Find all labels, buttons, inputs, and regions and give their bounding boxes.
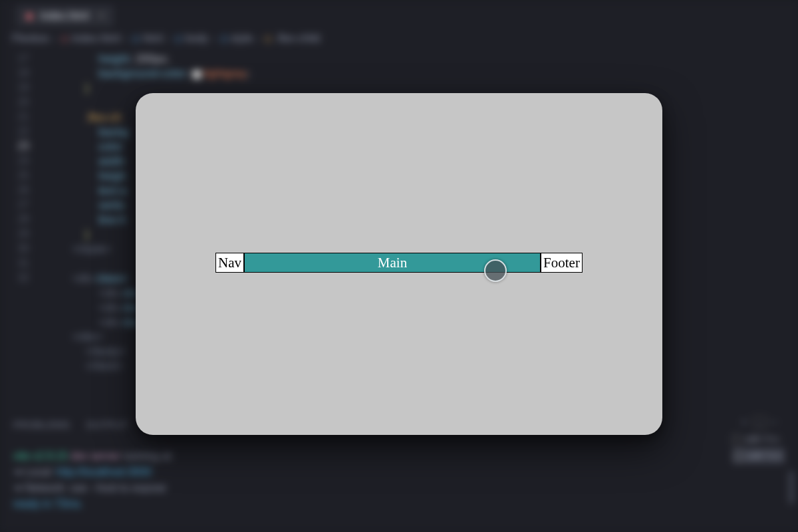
flex-child-nav: Nav	[215, 253, 244, 273]
more-icon[interactable]: ⋯	[769, 417, 778, 427]
line-number-gutter: 17181920212223242526272829303132	[9, 51, 29, 285]
editor-tab[interactable]: ◆ index.html ×	[16, 5, 114, 27]
tab-filename: index.html	[40, 10, 88, 21]
panel-tabs[interactable]: PROBLEMSOUTPUT	[13, 418, 144, 432]
flex-parent-container: NavMainFooter	[215, 253, 583, 273]
browser-preview-window: NavMainFooter	[136, 93, 662, 435]
new-terminal-icon[interactable]: +	[741, 417, 747, 427]
close-icon[interactable]: ×	[98, 10, 104, 21]
terminal-actions[interactable]: + ⌄ ⋯	[741, 416, 778, 429]
file-type-icon: ◆	[25, 10, 33, 21]
scrollbar-thumb[interactable]	[789, 471, 794, 504]
terminal-output[interactable]: vite v2.9.15 dev server running at:➜ Loc…	[13, 448, 174, 512]
cursor-indicator-icon	[484, 259, 507, 282]
breadcrumb[interactable]: Flexbox›◇ index.html›◇ html›◇ body›◇ sty…	[12, 31, 320, 47]
flex-child-footer: Footer	[541, 253, 583, 273]
terminal-shell-list[interactable]: zsh Flexzsh Test	[732, 430, 785, 466]
chevron-down-icon[interactable]: ⌄	[753, 416, 767, 429]
